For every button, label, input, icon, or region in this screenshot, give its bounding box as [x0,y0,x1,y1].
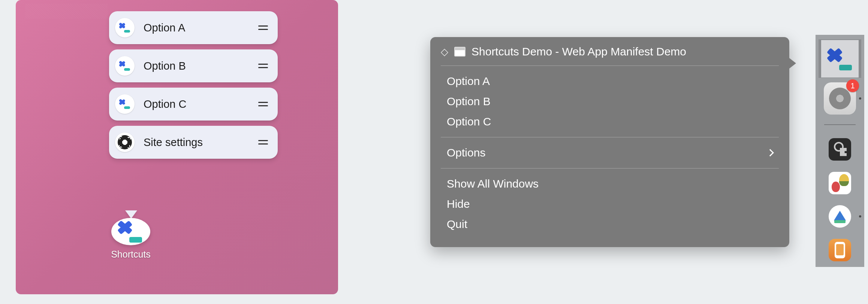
photo-app-icon [829,172,851,194]
drag-handle-icon[interactable] [258,140,268,145]
wallpaper-texture [25,4,108,19]
menu-item-label: Hide [447,198,470,210]
dock-app-simulator[interactable] [824,235,856,265]
gear-icon [115,133,135,152]
notification-badge: 1 [846,79,859,92]
macos-dock: 1 [816,35,864,267]
menu-item-quit[interactable]: Quit [433,214,787,234]
chevron-right-icon [766,149,774,156]
drag-handle-icon[interactable] [258,25,268,30]
dev-app-icon [829,205,851,228]
running-indicator-icon [859,97,861,100]
android-home-screen: Option A Option B Option C Site settings [16,0,338,294]
menu-item-label: Option C [447,115,491,128]
menu-section-window: Show All Windows Hide Quit [433,168,787,240]
menu-item-option-a[interactable]: Option A [433,71,787,91]
pwa-icon [111,218,150,245]
dock-app-shortcuts-demo[interactable] [819,39,861,78]
menu-item-option-c[interactable]: Option C [433,112,787,132]
app-name-label: Shortcuts [111,249,151,260]
window-icon [454,47,465,57]
menu-item-option-b[interactable]: Option B [433,91,787,112]
dock-separator [824,124,856,125]
app-shortcuts-popup: Option A Option B Option C Site settings [109,11,278,159]
app-launcher-shortcuts[interactable]: Shortcuts [110,218,152,260]
menu-section-shortcuts: Option A Option B Option C [433,66,787,137]
dock-app-system-preferences[interactable]: 1 [824,82,856,115]
drag-handle-icon[interactable] [258,102,268,106]
popup-pointer [125,210,137,219]
simulator-icon [829,239,851,261]
shortcut-label: Option A [144,22,258,34]
shortcut-label: Option C [144,98,258,110]
keychain-icon [829,138,851,161]
pwa-icon [821,40,859,77]
shortcut-site-settings[interactable]: Site settings [109,126,278,159]
dock-app-keychain-access[interactable] [824,135,856,164]
shortcut-option-c[interactable]: Option C [109,88,278,121]
menu-title: Shortcuts Demo - Web App Manifest Demo [471,45,686,58]
menu-item-hide[interactable]: Hide [433,194,787,214]
pwa-icon [115,94,135,114]
shortcut-option-b[interactable]: Option B [109,49,278,82]
menu-pointer [789,58,796,69]
pwa-icon [115,56,135,76]
menu-item-label: Option B [447,95,491,108]
menu-item-label: Quit [447,218,467,231]
menu-item-label: Options [447,146,485,159]
menu-title-row[interactable]: ◇ Shortcuts Demo - Web App Manifest Demo [433,43,787,66]
shortcut-option-a[interactable]: Option A [109,11,278,44]
menu-item-label: Show All Windows [447,177,539,190]
shortcut-label: Option B [144,60,258,72]
menu-item-label: Option A [447,75,490,88]
running-indicator-icon [859,215,861,218]
pwa-icon [115,18,135,37]
menu-item-options[interactable]: Options [433,143,787,163]
menu-item-show-all-windows[interactable]: Show All Windows [433,174,787,194]
dock-app-photo-utility[interactable] [824,168,856,198]
dock-context-menu: ◇ Shortcuts Demo - Web App Manifest Demo… [430,37,789,247]
dock-app-developer-tool[interactable] [824,202,856,231]
menu-section-options: Options [433,137,787,168]
shortcut-label: Site settings [144,136,258,149]
diamond-icon: ◇ [441,46,448,58]
drag-handle-icon[interactable] [258,64,268,68]
